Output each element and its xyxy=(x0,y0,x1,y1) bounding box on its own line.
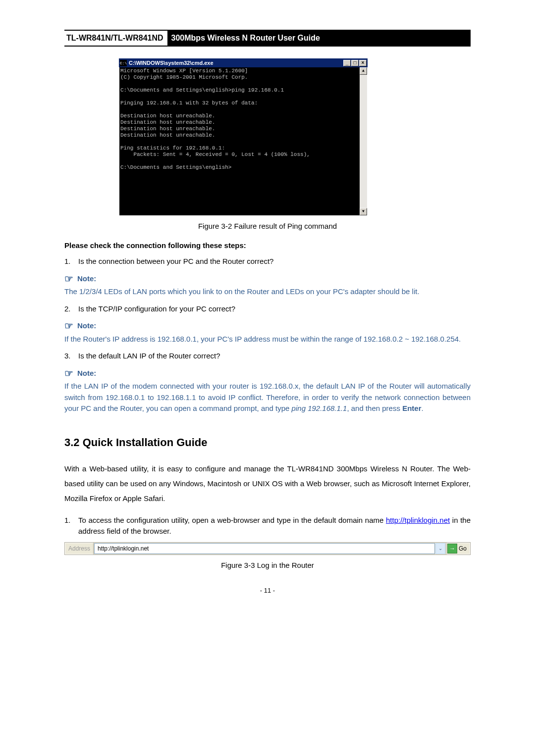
step-text: To access the configuration utility, ope… xyxy=(78,515,471,537)
scroll-up-button[interactable]: ▲ xyxy=(360,67,367,75)
note-3-enter: Enter xyxy=(402,404,421,412)
note-heading: ☞ Note: xyxy=(64,273,471,285)
address-label: Address xyxy=(65,543,94,554)
step-text: Is the default LAN IP of the Router corr… xyxy=(78,351,471,362)
go-button[interactable]: → Go xyxy=(446,543,470,554)
page-number: - 11 - xyxy=(64,586,471,596)
note-icon: ☞ xyxy=(64,274,73,284)
cmd-icon: C:\ xyxy=(120,60,127,66)
step-2: 2. Is the TCP/IP configuration for your … xyxy=(64,303,471,315)
note-label: Note: xyxy=(77,273,96,285)
scroll-track[interactable] xyxy=(360,75,367,208)
cmd-title-text: C:\WINDOWS\system32\cmd.exe xyxy=(129,60,343,66)
note-3-text-c: . xyxy=(421,404,423,412)
note-2-text: If the Router's IP address is 192.168.0.… xyxy=(64,334,471,345)
close-button[interactable]: × xyxy=(359,60,367,66)
address-bar: Address http://tplinklogin.net ⌄ → Go xyxy=(64,542,471,555)
header-model: TL-WR841N/TL-WR841ND xyxy=(64,31,167,46)
note-icon: ☞ xyxy=(64,321,73,331)
note-heading: ☞ Note: xyxy=(64,320,471,332)
cmd-output: Microsoft Windows XP [Version 5.1.2600] … xyxy=(120,68,366,209)
figure-3-2-caption: Figure 3-2 Failure result of Ping comman… xyxy=(64,221,471,232)
intro-paragraph: With a Web-based utility, it is easy to … xyxy=(64,461,471,506)
note-label: Note: xyxy=(77,320,96,332)
note-icon: ☞ xyxy=(64,368,73,378)
figure-3-3-caption: Figure 3-3 Log in the Router xyxy=(64,560,471,571)
step-number: 1. xyxy=(64,515,78,537)
tplink-link[interactable]: http://tplinklogin.net xyxy=(386,516,450,524)
access-step-1: 1. To access the configuration utility, … xyxy=(64,515,471,537)
cmd-titlebar: C:\ C:\WINDOWS\system32\cmd.exe _ □ × xyxy=(119,58,368,67)
note-heading: ☞ Note: xyxy=(64,368,471,379)
address-dropdown[interactable]: ⌄ xyxy=(435,543,445,554)
step-number: 3. xyxy=(64,351,78,362)
address-input[interactable]: http://tplinklogin.net xyxy=(94,543,435,554)
note-3-text: If the LAN IP of the modem connected wit… xyxy=(64,381,471,414)
step-text: Is the TCP/IP configuration for your PC … xyxy=(78,303,471,315)
scroll-down-button[interactable]: ▼ xyxy=(360,208,367,215)
minimize-button[interactable]: _ xyxy=(343,60,351,66)
step-number: 2. xyxy=(64,303,78,315)
chevron-down-icon: ⌄ xyxy=(438,545,442,552)
step-1: 1. Is the connection between your PC and… xyxy=(64,256,471,267)
step-3: 3. Is the default LAN IP of the Router c… xyxy=(64,351,471,362)
access-text-a: To access the configuration utility, ope… xyxy=(78,516,386,524)
cmd-body: Microsoft Windows XP [Version 5.1.2600] … xyxy=(119,67,368,216)
note-3-ping: ping 192.168.1.1 xyxy=(292,404,347,412)
note-3-text-b: , and then press xyxy=(347,404,402,412)
maximize-button[interactable]: □ xyxy=(351,60,359,66)
go-label: Go xyxy=(459,544,467,553)
note-1-text: The 1/2/3/4 LEDs of LAN ports which you … xyxy=(64,286,471,298)
check-heading: Please check the connection following th… xyxy=(64,240,471,252)
cmd-window: C:\ C:\WINDOWS\system32\cmd.exe _ □ × Mi… xyxy=(119,58,368,216)
arrow-right-icon: → xyxy=(447,544,457,554)
step-text: Is the connection between your PC and th… xyxy=(78,256,471,267)
section-3-2-heading: 3.2 Quick Installation Guide xyxy=(64,434,471,451)
header-title: 300Mbps Wireless N Router User Guide xyxy=(167,31,471,46)
note-label: Note: xyxy=(77,368,96,379)
cmd-scrollbar[interactable]: ▲ ▼ xyxy=(360,67,367,215)
doc-header: TL-WR841N/TL-WR841ND 300Mbps Wireless N … xyxy=(64,30,471,47)
step-number: 1. xyxy=(64,256,78,267)
address-url: http://tplinklogin.net xyxy=(98,544,149,553)
